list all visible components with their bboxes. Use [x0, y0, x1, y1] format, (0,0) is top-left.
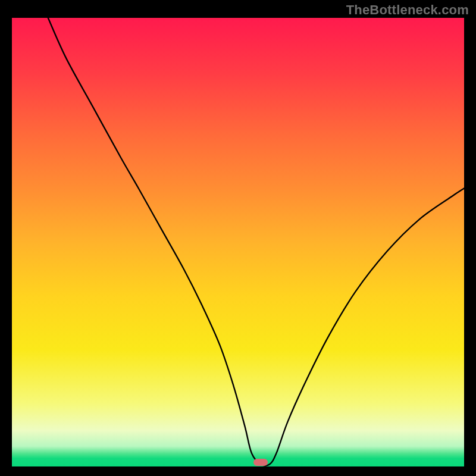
optimum-marker — [253, 459, 268, 466]
curve-svg — [12, 18, 464, 466]
bottleneck-curve — [48, 18, 464, 466]
chart-frame: TheBottleneck.com — [0, 0, 476, 476]
watermark-text: TheBottleneck.com — [346, 2, 469, 18]
plot-area — [12, 18, 464, 466]
